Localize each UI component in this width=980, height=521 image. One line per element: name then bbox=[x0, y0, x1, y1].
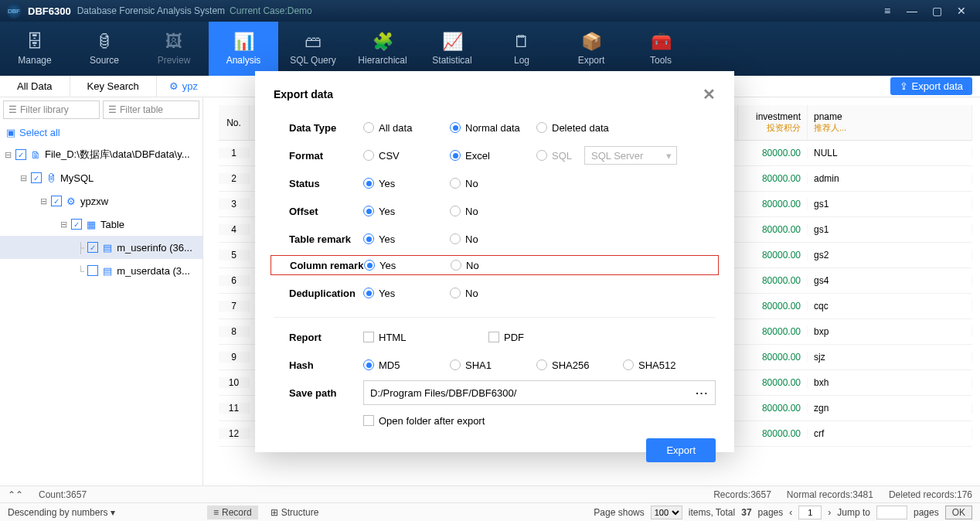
chevron-down-icon[interactable]: ⊟ bbox=[19, 173, 28, 183]
page-size-select[interactable]: 100 bbox=[651, 506, 682, 519]
collapse-icon[interactable]: ⌃⌃ bbox=[8, 489, 23, 500]
page-number-input[interactable] bbox=[798, 506, 822, 519]
segment-structure[interactable]: ⊞Structure bbox=[264, 506, 325, 519]
toolbar-preview[interactable]: 🖼Preview bbox=[139, 22, 209, 76]
tab-key-search[interactable]: Key Search bbox=[70, 76, 157, 97]
radio-sha1[interactable]: SHA1 bbox=[450, 359, 527, 371]
th-no[interactable]: No. bbox=[219, 105, 250, 140]
items-total-pre: items, Total bbox=[689, 507, 735, 518]
jump-input[interactable] bbox=[876, 506, 907, 519]
toolbar-hierarchical[interactable]: 🧩Hierarchical bbox=[348, 22, 417, 76]
radio-sha256[interactable]: SHA256 bbox=[536, 359, 614, 371]
radio-tableremark-yes[interactable]: Yes bbox=[363, 233, 441, 245]
tree-checkbox[interactable] bbox=[15, 149, 26, 160]
toolbar-tools-label: Tools bbox=[650, 55, 672, 66]
toolbar-export[interactable]: 📦Export bbox=[556, 22, 626, 76]
radio-dedup-no[interactable]: No bbox=[450, 288, 527, 299]
tree-table-userinfo[interactable]: ├ ▤ m_userinfo (36... bbox=[0, 236, 202, 259]
radio-all-data[interactable]: All data bbox=[363, 122, 441, 134]
dialog-close-button[interactable]: ✕ bbox=[703, 85, 716, 104]
filter-library-button[interactable]: ☰Filter library bbox=[3, 100, 100, 119]
toolbar-log[interactable]: 🗒Log bbox=[487, 22, 556, 76]
td-pname: cqc bbox=[808, 301, 972, 312]
window-minimize[interactable]: — bbox=[900, 5, 924, 17]
tree-checkbox[interactable] bbox=[71, 219, 82, 230]
segment-record[interactable]: ≡Record bbox=[207, 506, 258, 519]
radio-deleted-data[interactable]: Deleted data bbox=[536, 122, 614, 134]
titlebar: DBF DBF6300 Database Forensic Analysis S… bbox=[0, 0, 980, 22]
radio-excel[interactable]: Excel bbox=[450, 150, 527, 162]
page-prev-icon[interactable]: ‹ bbox=[789, 507, 792, 518]
segment-record-label: Record bbox=[222, 507, 252, 518]
td-investment: 80000.00 bbox=[738, 148, 808, 158]
tree-mysql-label: MySQL bbox=[60, 172, 94, 184]
tree-db[interactable]: ⊟ ⚙ ypzxw bbox=[0, 189, 202, 213]
file-tab-label: ypz bbox=[182, 80, 198, 92]
checkbox-open-folder[interactable]: Open folder after export bbox=[363, 415, 485, 427]
window-maximize[interactable]: ▢ bbox=[924, 5, 949, 17]
radio-columnremark-no-label: No bbox=[466, 260, 479, 271]
window-close[interactable]: ✕ bbox=[949, 5, 974, 17]
tab-all-data[interactable]: All Data bbox=[0, 76, 70, 97]
toolbar-statistical-label: Statistical bbox=[432, 55, 471, 66]
toolbar-source[interactable]: 🛢Source bbox=[70, 22, 139, 76]
td-investment: 80000.00 bbox=[738, 275, 808, 286]
checkbox-html[interactable]: HTML bbox=[363, 332, 479, 343]
jump-ok-button[interactable]: OK bbox=[945, 506, 972, 519]
open-file-tab[interactable]: ⚙ ypz bbox=[162, 80, 206, 92]
radio-columnremark-no[interactable]: No bbox=[451, 260, 528, 271]
th-pname[interactable]: pname推荐人... bbox=[808, 105, 972, 140]
sort-label[interactable]: Descending by numbers ▾ bbox=[8, 507, 115, 518]
tree-tablegroup[interactable]: ⊟ ▦ Table bbox=[0, 213, 202, 236]
radio-status-yes[interactable]: Yes bbox=[363, 178, 441, 189]
toolbar-hierarchical-label: Hierarchical bbox=[358, 55, 407, 66]
radio-offset-yes[interactable]: Yes bbox=[363, 206, 441, 217]
radio-status-no[interactable]: No bbox=[450, 178, 527, 189]
toolbar-sqlquery[interactable]: 🗃SQL Query bbox=[278, 22, 348, 76]
toolbar-tools[interactable]: 🧰Tools bbox=[626, 22, 696, 76]
tree-checkbox[interactable] bbox=[87, 265, 98, 276]
radio-csv[interactable]: CSV bbox=[363, 150, 441, 162]
radio-tableremark-no[interactable]: No bbox=[450, 233, 527, 245]
tree-checkbox[interactable] bbox=[51, 196, 62, 206]
tree-checkbox[interactable] bbox=[31, 172, 42, 183]
sql-vendor-select[interactable]: SQL Server bbox=[584, 146, 677, 165]
radio-sha512[interactable]: SHA512 bbox=[623, 359, 700, 371]
checkbox-pdf[interactable]: PDF bbox=[488, 332, 524, 343]
save-path-input[interactable]: D:/Program Files/DBF/DBF6300/ ··· bbox=[363, 380, 716, 405]
tree-checkbox[interactable] bbox=[87, 242, 98, 253]
radio-dedup-yes[interactable]: Yes bbox=[363, 288, 441, 299]
export-data-button[interactable]: ⇪ Export data bbox=[890, 77, 973, 95]
radio-all-data-label: All data bbox=[379, 122, 412, 134]
tree-root[interactable]: ⊟ 🗎 File_D:\数据库\data\DBFdata\y... bbox=[0, 143, 202, 166]
toolbar-statistical[interactable]: 📈Statistical bbox=[417, 22, 487, 76]
tree-mysql[interactable]: ⊟ 🛢 MySQL bbox=[0, 166, 202, 189]
browse-path-button[interactable]: ··· bbox=[696, 387, 709, 399]
td-pname: admin bbox=[808, 173, 972, 184]
radio-offset-no[interactable]: No bbox=[450, 206, 527, 217]
tree-table-userdata[interactable]: └ ▤ m_userdata (3... bbox=[0, 259, 202, 282]
app-name: DBF6300 bbox=[28, 5, 71, 17]
filter-table-button[interactable]: ☰Filter table bbox=[103, 100, 199, 119]
th-investment[interactable]: investment投资积分 bbox=[738, 105, 808, 140]
sidebar: ☰Filter library ☰Filter table ▣ Select a… bbox=[0, 97, 203, 485]
radio-sql[interactable]: SQL bbox=[536, 150, 575, 162]
select-all-label: Select all bbox=[19, 127, 60, 138]
chevron-down-icon[interactable]: ⊟ bbox=[39, 196, 48, 206]
tools-icon: 🧰 bbox=[651, 32, 672, 52]
radio-dedup-yes-label: Yes bbox=[379, 288, 395, 299]
export-button[interactable]: Export bbox=[646, 438, 716, 462]
select-all-toggle[interactable]: ▣ Select all bbox=[0, 122, 202, 143]
chevron-down-icon[interactable]: ⊟ bbox=[59, 220, 68, 230]
radio-columnremark-yes[interactable]: Yes bbox=[364, 260, 441, 271]
radio-md5[interactable]: MD5 bbox=[363, 359, 441, 371]
page-next-icon[interactable]: › bbox=[828, 507, 831, 518]
hamburger-icon[interactable]: ≡ bbox=[875, 5, 900, 17]
td-investment: 80000.00 bbox=[738, 326, 808, 337]
radio-normal-data[interactable]: Normal data bbox=[450, 122, 527, 134]
toolbar-analysis[interactable]: 📊Analysis bbox=[209, 22, 278, 76]
td-no: 8 bbox=[219, 326, 250, 337]
chevron-down-icon[interactable]: ⊟ bbox=[3, 150, 12, 160]
toolbar-manage[interactable]: 🗄Manage bbox=[0, 22, 70, 76]
td-investment: 80000.00 bbox=[738, 301, 808, 312]
